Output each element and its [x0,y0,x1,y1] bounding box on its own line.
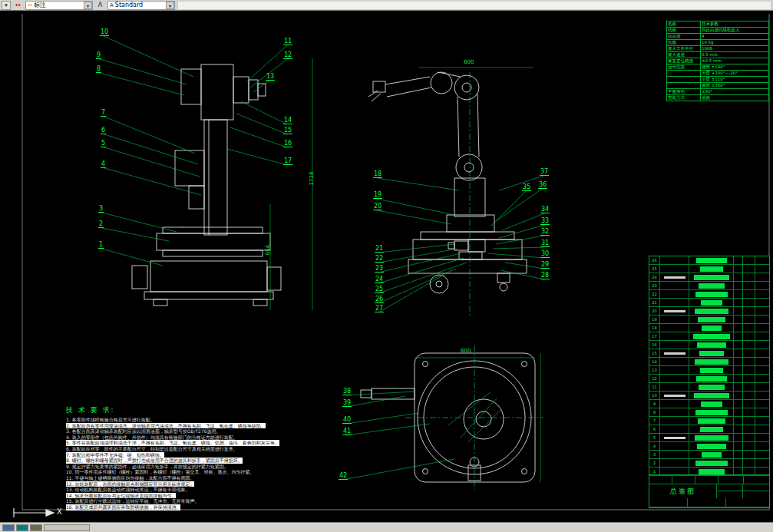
bom-row: 14 [649,358,769,366]
balloon-19: 19 [373,192,382,199]
bom-row: 13 [649,366,769,375]
bom-cell: 5 [649,434,660,441]
bom-cell [689,451,734,458]
text-style-combo[interactable]: A Standard ▾ [107,1,175,10]
status-block-3[interactable] [30,524,42,531]
bom-code-text [664,395,685,397]
bom-cell [734,400,743,408]
bom-row: 11 [649,383,769,392]
param-row: 最大速度0.5 m/s [667,52,769,58]
bom-cell [755,408,769,416]
balloon-7: 7 [101,110,106,117]
bom-cell [755,332,769,340]
bom-code-text [664,276,685,279]
param-row: 小臂 ±110° [667,77,769,83]
bom-cell: 18 [649,324,660,332]
bom-part-name [701,401,722,407]
bom-cell [689,425,734,433]
balloon-36: 36 [538,182,547,189]
tech-requirement-line: 6. 装配前应对零、部件的主要配合尺寸，特别是过盈配合尺寸及相关精度进行复查。 [66,446,238,452]
param-cell [667,77,701,83]
bom-part-name [700,266,723,272]
bom-part-name [702,452,722,458]
bom-cell: 25 [649,265,660,273]
param-row: 手腕摆动±90° [667,89,769,95]
bom-table: 2625242322212019181716151413121110987654… [649,256,770,508]
balloon-10: 10 [100,29,109,36]
status-block-1[interactable] [2,524,15,531]
toolbar-overflow-button[interactable]: ▾ [2,1,11,10]
bom-cell [660,375,689,382]
balloon-21: 21 [375,246,384,253]
param-cell: 地面 [701,95,769,101]
param-cell: 运动范围 [667,64,701,71]
bom-cell [689,324,734,332]
bom-cell [689,307,734,315]
bom-cell [660,307,689,315]
drawing-canvas[interactable]: 技 术 要 求: 1. 各零部件须经检验合格后方可进行装配。2. 装配前所有零件… [0,11,773,522]
bom-cell [743,307,755,315]
bom-cell: 17 [649,332,660,340]
bom-cell [755,375,769,382]
bom-cell [689,375,734,382]
dim-style-dropdown-arrow[interactable]: ▾ [84,2,92,9]
bom-cell [660,341,689,349]
bom-cell: 19 [649,316,660,323]
bom-cell [734,324,743,332]
balloon-35: 35 [522,184,531,191]
bom-row: 17 [649,332,769,341]
bom-cell [689,358,734,365]
param-row: 重复定位精度±0.5 mm [667,58,769,64]
bom-cell [743,366,755,374]
bom-cell [734,459,743,467]
bom-cell [743,282,755,289]
bom-cell: 11 [649,383,660,391]
bom-cell [660,434,689,441]
bom-cell [660,358,689,365]
balloon-26: 26 [375,296,384,303]
bom-cell [743,332,755,340]
status-block-4 [44,524,90,531]
bom-cell [743,324,755,332]
status-block-2[interactable] [16,524,28,531]
ucs-icon: X [12,505,74,520]
bom-cell [689,299,734,306]
bom-cell [734,316,743,323]
front-view [368,72,527,293]
bom-cell [734,392,743,399]
left-view [132,64,281,306]
bom-cell [689,256,734,264]
bom-cell [689,316,734,323]
bom-cell: 21 [649,299,660,306]
bom-cell [743,273,755,281]
bom-part-name [695,410,728,415]
bom-cell [743,256,755,264]
bom-cell [734,265,743,273]
text-style-dropdown-arrow[interactable]: ▾ [166,2,174,9]
dim-style-combo[interactable]: ↔ 标注 ▾ [25,1,93,10]
bom-cell [755,324,769,332]
bom-cell [755,282,769,289]
leader-line-33 [499,225,544,238]
balloon-41: 41 [342,428,352,435]
leader-line-10 [104,36,193,77]
bom-cell [743,358,755,365]
balloon-11: 11 [283,38,292,45]
param-row: 腕部 ±360° [667,83,769,89]
bom-cell: 15 [649,349,660,357]
bom-cell: 26 [649,256,660,264]
param-cell: 四自由度码垛机器人 [701,28,769,34]
param-cell: 安装方式 [667,95,701,101]
dimension-label: 1718 [309,172,315,186]
bom-cell [755,425,769,433]
bom-cell [689,442,734,450]
leader-line-16 [230,127,287,147]
bom-code-text [664,310,685,312]
param-cell: ±90° [701,89,769,95]
bom-part-name [694,393,729,398]
leader-line-2 [102,228,169,241]
bom-cell [660,273,689,281]
tech-requirement-line: 2. 装配前所有零件用煤油清洗，滚动轴承用汽油清洗，不得有毛刺、飞边、氧化皮、锈… [66,423,266,429]
bom-cell: 4 [649,442,660,450]
param-cell: 大臂 +200°~-20° [701,71,769,77]
